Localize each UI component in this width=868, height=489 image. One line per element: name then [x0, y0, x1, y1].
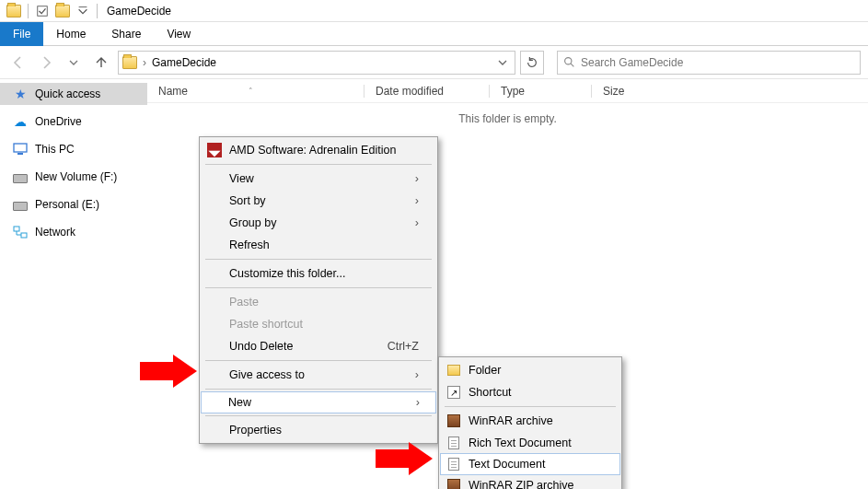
drive-icon — [13, 197, 28, 212]
shortcut-icon: ↗ — [446, 385, 461, 400]
window-title: GameDecide — [107, 5, 171, 17]
sidebar-item-quick-access[interactable]: ★ Quick access — [0, 83, 147, 105]
submenu-item-folder[interactable]: Folder — [441, 359, 619, 381]
separator — [28, 4, 29, 18]
menu-item-give-access[interactable]: Give access to› — [202, 364, 435, 386]
search-icon — [563, 56, 575, 68]
amd-icon: ◢ — [207, 143, 222, 157]
col-type[interactable]: Type — [490, 85, 591, 98]
folder-icon — [122, 56, 137, 69]
menu-item-customize[interactable]: Customize this folder... — [202, 262, 435, 285]
svg-rect-0 — [38, 6, 48, 16]
tab-view[interactable]: View — [154, 22, 203, 46]
tab-home[interactable]: Home — [43, 22, 98, 46]
annotation-arrow-icon — [140, 355, 204, 388]
svg-line-3 — [571, 64, 573, 66]
rar-icon — [446, 413, 461, 428]
menu-item-paste-shortcut: Paste shortcut — [202, 313, 435, 335]
document-icon — [446, 436, 461, 450]
folder-icon — [446, 363, 461, 378]
ribbon-tabs: File Home Share View — [0, 22, 868, 46]
sidebar-item-onedrive[interactable]: ☁ OneDrive — [0, 111, 147, 133]
nav-sidebar: ★ Quick access ☁ OneDrive This PC New Vo… — [0, 79, 147, 489]
sidebar-item-label: Quick access — [35, 87, 100, 100]
search-input[interactable]: Search GameDecide — [557, 51, 861, 75]
folder-qat-icon[interactable] — [55, 4, 70, 18]
submenu-item-zip[interactable]: WinRAR ZIP archive — [441, 474, 619, 489]
folder-icon — [6, 4, 21, 18]
menu-item-undo[interactable]: Undo DeleteCtrl+Z — [202, 335, 435, 357]
star-icon: ★ — [13, 87, 28, 101]
search-placeholder: Search GameDecide — [581, 56, 683, 69]
recent-dropdown-icon[interactable] — [63, 52, 85, 74]
context-submenu-new: Folder ↗Shortcut WinRAR archive Rich Tex… — [438, 356, 622, 489]
sidebar-item-label: OneDrive — [35, 115, 82, 128]
svg-rect-4 — [14, 144, 27, 152]
chevron-right-icon: › — [388, 194, 419, 207]
menu-item-paste: Paste — [202, 291, 435, 313]
network-icon — [13, 225, 28, 239]
svg-rect-7 — [21, 233, 27, 238]
menu-item-view[interactable]: View› — [202, 168, 435, 190]
col-name[interactable]: Name˄ — [147, 85, 364, 98]
address-dropdown-icon[interactable] — [494, 58, 511, 67]
submenu-item-winrar[interactable]: WinRAR archive — [441, 410, 619, 432]
properties-qat-icon[interactable] — [35, 4, 50, 18]
breadcrumb[interactable]: GameDecide — [152, 56, 216, 69]
rar-icon — [446, 478, 461, 489]
menu-item-new[interactable]: New› — [201, 391, 436, 413]
empty-folder-text: This folder is empty. — [147, 112, 868, 125]
menu-item-refresh[interactable]: Refresh — [202, 234, 435, 256]
up-button[interactable] — [90, 52, 112, 74]
context-menu: ◢ AMD Software: Adrenalin Edition View› … — [199, 136, 438, 444]
chevron-right-icon[interactable]: › — [143, 56, 146, 69]
svg-rect-5 — [17, 153, 23, 155]
titlebar: GameDecide — [0, 0, 868, 22]
chevron-right-icon: › — [388, 172, 419, 185]
sidebar-item-volume-e[interactable]: Personal (E:) — [0, 193, 147, 215]
menu-item-groupby[interactable]: Group by› — [202, 212, 435, 234]
sidebar-item-volume-f[interactable]: New Volume (F:) — [0, 166, 147, 188]
sidebar-item-label: Network — [35, 226, 75, 239]
submenu-item-txt[interactable]: Text Document — [440, 453, 620, 475]
sidebar-item-label: This PC — [35, 143, 75, 156]
col-date[interactable]: Date modified — [365, 85, 489, 98]
monitor-icon — [13, 142, 28, 157]
back-button[interactable] — [7, 52, 29, 74]
sidebar-item-network[interactable]: Network — [0, 221, 147, 243]
sidebar-item-label: Personal (E:) — [35, 198, 99, 211]
chevron-right-icon: › — [388, 216, 419, 229]
qat-dropdown-icon[interactable] — [75, 4, 90, 18]
separator — [97, 4, 98, 18]
nav-row: › GameDecide Search GameDecide — [0, 46, 868, 79]
cloud-icon: ☁ — [13, 114, 28, 129]
sort-asc-icon: ˄ — [249, 87, 253, 96]
submenu-item-shortcut[interactable]: ↗Shortcut — [441, 381, 619, 403]
shortcut-label: Ctrl+Z — [360, 340, 419, 353]
sidebar-item-this-pc[interactable]: This PC — [0, 138, 147, 160]
sidebar-item-label: New Volume (F:) — [35, 170, 117, 183]
forward-button[interactable] — [35, 52, 57, 74]
refresh-button[interactable] — [520, 51, 544, 75]
submenu-item-rtf[interactable]: Rich Text Document — [441, 432, 619, 454]
col-size[interactable]: Size — [592, 85, 675, 98]
tab-share[interactable]: Share — [98, 22, 154, 46]
chevron-right-icon: › — [388, 368, 419, 381]
svg-rect-6 — [14, 227, 19, 231]
menu-item-amd[interactable]: ◢ AMD Software: Adrenalin Edition — [202, 139, 435, 161]
menu-item-sortby[interactable]: Sort by› — [202, 190, 435, 212]
annotation-arrow-icon — [376, 442, 440, 475]
menu-item-properties[interactable]: Properties — [202, 419, 435, 441]
column-headers: Name˄ Date modified Type Size — [147, 79, 868, 103]
document-icon — [446, 457, 461, 472]
svg-point-2 — [565, 58, 572, 64]
chevron-right-icon: › — [388, 396, 420, 409]
drive-icon — [13, 169, 28, 184]
address-bar[interactable]: › GameDecide — [118, 51, 515, 75]
tab-file[interactable]: File — [0, 22, 43, 46]
